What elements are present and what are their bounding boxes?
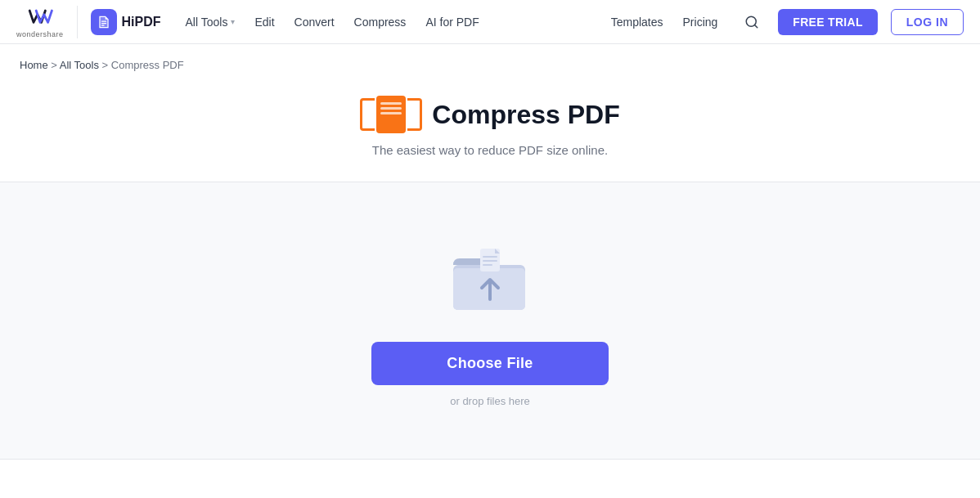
folder-upload-icon [449,242,531,316]
compress-doc-line-2 [380,107,402,110]
breadcrumb-current: Compress PDF [111,59,184,71]
brand-area: wondershare [16,6,78,38]
wondershare-icon [27,6,53,29]
nav-pricing[interactable]: Pricing [675,11,726,34]
compress-pdf-icon [360,96,422,133]
wondershare-logo[interactable]: wondershare [16,6,64,38]
breadcrumb-sep1: > [48,59,60,71]
nav-ai-for-pdf[interactable]: AI for PDF [417,11,487,34]
nav-convert[interactable]: Convert [286,11,343,34]
nav-all-tools[interactable]: All Tools ▾ [178,11,244,34]
hipdf-icon [91,9,117,35]
hero-section: Compress PDF The easiest way to reduce P… [0,79,980,182]
free-trial-button[interactable]: FREE TRIAL [778,9,877,35]
drop-hint: or drop files here [450,395,530,407]
compress-doc-line-1 [380,102,402,105]
breadcrumb: Home > All Tools > Compress PDF [0,44,980,79]
breadcrumb-all-tools[interactable]: All Tools [60,59,99,71]
wondershare-text: wondershare [16,30,64,38]
folder-icon-wrap [449,242,531,319]
compress-doc [376,96,406,133]
choose-file-button[interactable]: Choose File [371,342,609,385]
search-button[interactable] [739,9,765,35]
compress-doc-line-3 [380,112,402,114]
hero-subtitle: The easiest way to reduce PDF size onlin… [0,143,980,157]
nav-right: Templates Pricing FREE TRIAL LOG IN [603,9,964,35]
breadcrumb-home[interactable]: Home [20,59,48,71]
nav-compress[interactable]: Compress [346,11,415,34]
chevron-down-icon: ▾ [231,17,235,26]
nav-right-items: Templates Pricing [603,11,726,34]
hipdf-brand[interactable]: HiPDF [91,9,161,35]
drop-zone-section[interactable]: Choose File or drop files here [0,182,980,460]
hero-title-row: Compress PDF [0,96,980,133]
hipdf-svg [96,14,112,30]
page-title: Compress PDF [432,100,619,130]
nav-templates[interactable]: Templates [603,11,672,34]
compress-icon-right-bracket [407,98,422,131]
search-icon [744,15,759,29]
svg-line-4 [755,25,757,27]
hipdf-name: HiPDF [122,15,161,29]
compress-icon-left-bracket [360,98,375,131]
nav-edit[interactable]: Edit [246,11,282,34]
navbar: wondershare HiPDF All Tools ▾ Edit Conve… [0,0,980,44]
login-button[interactable]: LOG IN [891,9,964,35]
nav-items: All Tools ▾ Edit Convert Compress AI for… [178,11,488,34]
breadcrumb-sep2: > [99,59,111,71]
